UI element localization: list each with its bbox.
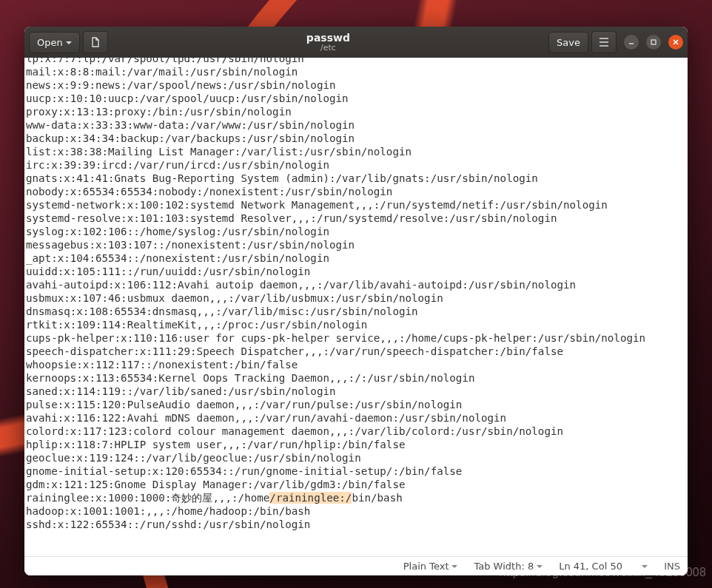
editor-line: hadoop:x:1001:1001:,,,:/home/hadoop:/bin… [26,504,645,518]
hamburger-menu-button[interactable] [591,31,617,53]
editor-line: uucp:x:10:10:uucp:/var/spool/uucp:/usr/s… [26,92,645,105]
highlight-mode-label: Plain Text [403,561,449,572]
editor-line: syslog:x:102:106::/home/syslog:/usr/sbin… [26,225,645,238]
editor-line: gdm:x:121:125:Gnome Display Manager:/var… [26,478,645,491]
editor-line: list:x:38:38:Mailing List Manager:/var/l… [26,145,645,158]
open-button[interactable]: Open [29,32,80,53]
editor-line: backup:x:34:34:backup:/var/backups:/usr/… [26,132,645,145]
editor-line: nobody:x:65534:65534:nobody:/nonexistent… [26,185,645,198]
editor-line: speech-dispatcher:x:111:29:Speech Dispat… [26,345,645,358]
editor-line: geoclue:x:119:124::/var/lib/geoclue:/usr… [26,451,645,464]
window-subtitle: /etc [108,44,548,53]
close-icon [672,38,679,46]
editor-line: avahi:x:116:122:Avahi mDNS daemon,,,:/va… [26,411,645,425]
editor-line: messagebus:x:103:107::/nonexistent:/usr/… [26,238,645,251]
watermark-text: https://blog.csdn.net/weixin_48280008 [499,566,706,579]
editor-line: usbmux:x:107:46:usbmux daemon,,,:/var/li… [26,291,645,305]
editor-line: www-data:x:33:33:www-data:/var/www:/usr/… [26,118,645,132]
editor-line: irc:x:39:39:ircd:/var/run/ircd:/usr/sbin… [26,158,645,172]
editor-line: kernoops:x:113:65534:Kernel Oops Trackin… [26,371,645,385]
editor-line: whoopsie:x:112:117::/nonexistent:/bin/fa… [26,358,645,371]
editor-line: proxy:x:13:13:proxy:/bin:/usr/sbin/nolog… [26,105,645,118]
editor-line: rtkit:x:109:114:RealtimeKit,,,:/proc:/us… [26,318,645,331]
editor-line: uuidd:x:105:111::/run/uuidd:/usr/sbin/no… [26,265,645,278]
minimize-button[interactable] [624,35,639,50]
editor-line: news:x:9:9:news:/var/spool/news:/usr/sbi… [26,78,645,92]
hamburger-icon [599,38,609,47]
new-document-icon [90,36,101,48]
close-button[interactable] [668,35,683,50]
editor-line: raininglee:x:1000:1000:奇妙的屋,,,:/home/rai… [26,491,645,504]
editor-line: pulse:x:115:120:PulseAudio daemon,,,:/va… [26,398,645,411]
editor-line: sshd:x:122:65534::/run/sshd:/usr/sbin/no… [26,518,645,531]
editor-line: colord:x:117:123:colord colour managemen… [26,425,645,438]
editor-line: saned:x:114:119::/var/lib/saned:/usr/sbi… [26,385,645,398]
editor-line: lp:x:7:7:lp:/var/spool/lpd:/usr/sbin/nol… [26,58,645,65]
chevron-down-icon [451,565,457,568]
svg-rect-4 [651,40,656,44]
editor-line: hplip:x:118:7:HPLIP system user,,,:/var/… [26,438,645,451]
save-button-label: Save [557,37,580,48]
open-button-label: Open [37,37,63,48]
maximize-icon [650,38,657,46]
text-editor-area[interactable]: man:x:6:12:man:/var/cache/man:/usr/sbin/… [24,58,688,556]
text-selection: /raininglee:/ [269,492,352,504]
maximize-button[interactable] [646,35,661,50]
editor-line: systemd-network:x:100:102:systemd Networ… [26,198,645,212]
editor-line: dnsmasq:x:108:65534:dnsmasq,,,:/var/lib/… [26,305,645,318]
chevron-down-icon [66,41,72,44]
highlight-mode-selector[interactable]: Plain Text [403,561,458,572]
editor-line: _apt:x:104:65534::/nonexistent:/usr/sbin… [26,251,645,265]
new-document-button[interactable] [83,31,108,53]
window-title: passwd [108,32,548,44]
gedit-window: Open passwd /etc Save [24,27,688,575]
editor-line: mail:x:8:8:mail:/var/mail:/usr/sbin/nolo… [26,65,645,78]
editor-line: gnats:x:41:41:Gnats Bug-Reporting System… [26,172,645,185]
save-button[interactable]: Save [548,32,588,53]
minimize-icon [628,38,635,46]
editor-line: systemd-resolve:x:101:103:systemd Resolv… [26,212,645,225]
editor-line: avahi-autoipd:x:106:112:Avahi autoip dae… [26,278,645,291]
headerbar: Open passwd /etc Save [24,27,688,58]
editor-line: gnome-initial-setup:x:120:65534::/run/gn… [26,464,645,478]
editor-line: cups-pk-helper:x:110:116:user for cups-p… [26,331,645,345]
